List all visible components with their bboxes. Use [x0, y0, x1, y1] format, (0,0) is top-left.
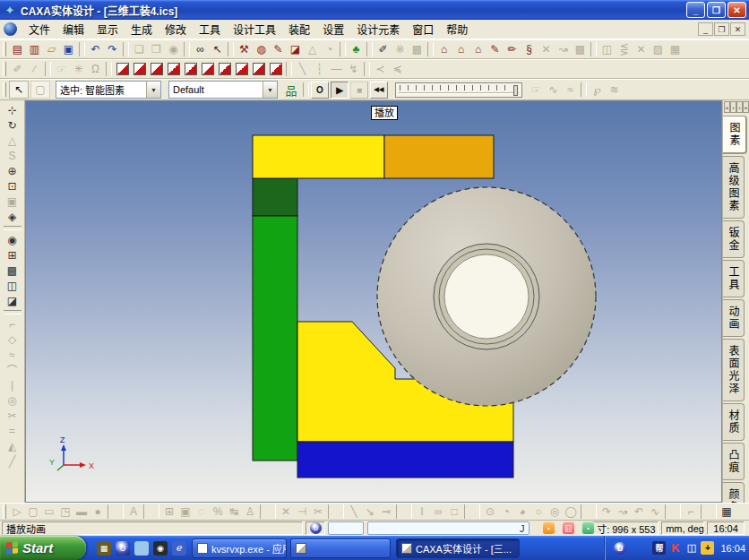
- task-caxa-splash[interactable]: [290, 538, 391, 558]
- view-cube-button-8[interactable]: [233, 61, 250, 77]
- menu-display[interactable]: 显示: [90, 20, 125, 39]
- tabs-scroll-last[interactable]: »: [743, 101, 749, 113]
- tabs-scroll-first[interactable]: «: [724, 101, 730, 113]
- erase-button[interactable]: ◪: [287, 41, 304, 57]
- view-cube-button-10[interactable]: [267, 61, 284, 77]
- render-wireframe-button[interactable]: ⌂: [435, 41, 452, 57]
- tab-advanced-elements[interactable]: 高级图素: [723, 156, 745, 219]
- new-design-button[interactable]: ▤: [9, 41, 26, 57]
- view-cube-button-7[interactable]: [216, 61, 233, 77]
- tab-sheet-metal[interactable]: 钣金: [723, 220, 745, 258]
- tab-animation[interactable]: 动画: [723, 299, 745, 337]
- shade-mode-button[interactable]: ◪: [2, 293, 23, 308]
- menu-window[interactable]: 窗口: [406, 20, 440, 39]
- 3d-viewport[interactable]: Z X Y 播放: [25, 100, 722, 503]
- menu-edit[interactable]: 编辑: [56, 20, 90, 39]
- overlay-icon-orange[interactable]: •: [542, 521, 555, 535]
- style-combobox[interactable]: Default ▼: [168, 81, 278, 99]
- tab-tools[interactable]: 工具: [723, 260, 745, 297]
- tabs-scroll-prev[interactable]: ‹: [730, 101, 736, 113]
- rewind-button[interactable]: ◀◀: [370, 82, 388, 99]
- overlay-icon-red[interactable]: 囧: [562, 521, 575, 535]
- menu-file[interactable]: 文件: [22, 20, 56, 39]
- model-bore-hole[interactable]: [444, 254, 529, 339]
- menu-tools[interactable]: 工具: [193, 20, 227, 39]
- model-beam-orange[interactable]: [384, 135, 494, 178]
- quicklaunch-icon-4[interactable]: ◉: [153, 541, 168, 556]
- tab-elements[interactable]: 图素: [723, 116, 747, 154]
- spline-button[interactable]: §: [521, 41, 538, 57]
- tray-k-icon[interactable]: K: [668, 541, 682, 555]
- tray-plus-icon[interactable]: +: [701, 541, 714, 555]
- view-cube-button-4[interactable]: [165, 61, 182, 77]
- mdi-close-button[interactable]: ✕: [730, 22, 745, 36]
- tabs-scroll-next[interactable]: ›: [736, 101, 743, 113]
- menu-generate[interactable]: 生成: [125, 20, 159, 39]
- triball-button[interactable]: ◍: [253, 41, 270, 57]
- view-percent-button[interactable]: ◫: [2, 278, 23, 293]
- animation-timeline-slider[interactable]: [395, 82, 522, 98]
- overlay-icon-green[interactable]: •: [581, 521, 595, 535]
- menu-design-elements[interactable]: 设计元素: [350, 20, 406, 39]
- menu-modify[interactable]: 修改: [159, 20, 193, 39]
- draw-curve-button[interactable]: ✎: [270, 41, 287, 57]
- mdi-restore-button[interactable]: ❐: [714, 22, 729, 36]
- rotate-view-button[interactable]: ↻: [2, 117, 23, 133]
- chevron-down-icon[interactable]: ▼: [263, 82, 277, 98]
- document-icon[interactable]: [4, 22, 17, 36]
- model-column-top[interactable]: [253, 178, 297, 216]
- render-realistic-button[interactable]: ⌂: [469, 41, 486, 57]
- close-button[interactable]: ✕: [727, 2, 746, 18]
- camera-pan-button[interactable]: ◉: [2, 232, 23, 247]
- quicklaunch-icon-2[interactable]: U: [116, 541, 130, 556]
- quicklaunch-icon-1[interactable]: ▦: [97, 541, 111, 556]
- quicklaunch-icon-5[interactable]: ℯ: [172, 541, 186, 556]
- render-shaded-button[interactable]: ⌂: [452, 41, 469, 57]
- view-cube-button-3[interactable]: [148, 61, 165, 77]
- tab-material[interactable]: 材质: [723, 403, 745, 441]
- task-caxa-main[interactable]: CAXA实体设计 - [三...: [396, 538, 520, 558]
- undo-button[interactable]: ↶: [87, 41, 104, 57]
- tray-antivirus-icon[interactable]: 帮: [652, 541, 666, 555]
- timeline-thumb[interactable]: [513, 85, 518, 96]
- task-kvsrvxp[interactable]: kvsrvxp.exe - 应用程...: [192, 538, 287, 558]
- sketch-2d-button[interactable]: ✎: [486, 41, 504, 57]
- toolbar-grip[interactable]: [3, 62, 6, 76]
- tab-surface-finish[interactable]: 表面光泽: [723, 339, 745, 401]
- tray-network-icon[interactable]: ◫: [684, 541, 698, 555]
- status-field-1[interactable]: [328, 521, 364, 535]
- input-method-indicator[interactable]: U: [306, 521, 325, 535]
- toolbar-grip[interactable]: [3, 82, 6, 97]
- quicklaunch-icon-3[interactable]: [134, 541, 149, 556]
- model-base-plate[interactable]: [297, 442, 513, 478]
- view-cube-button-1[interactable]: [114, 61, 131, 77]
- pan-view-button[interactable]: ⊹: [2, 102, 23, 117]
- drag-tool-button[interactable]: ⚒: [236, 41, 253, 57]
- record-button[interactable]: O: [311, 82, 329, 99]
- tray-ime-icon[interactable]: U: [613, 541, 626, 555]
- select-cursor-button[interactable]: ↖: [9, 81, 29, 99]
- new-drawing-button[interactable]: ▥: [26, 41, 43, 57]
- menu-settings[interactable]: 设置: [316, 20, 350, 39]
- mdi-minimize-button[interactable]: _: [698, 22, 713, 36]
- camera-target-button[interactable]: ▩: [2, 263, 23, 278]
- toolbar-grip[interactable]: [3, 42, 6, 56]
- search-button[interactable]: ∞: [192, 41, 209, 57]
- view-cube-button-6[interactable]: [199, 61, 216, 77]
- context-help-button[interactable]: ↖: [209, 41, 226, 57]
- design-tree-button[interactable]: 品: [281, 81, 301, 99]
- sketch-3d-button[interactable]: ✏: [504, 41, 521, 57]
- smart-snap-button[interactable]: ♣: [348, 41, 365, 57]
- tab-bump[interactable]: 凸痕: [723, 443, 745, 480]
- zoom-window-button[interactable]: ⊡: [2, 178, 23, 194]
- chevron-down-icon[interactable]: ▼: [146, 82, 160, 98]
- toolbar-grip[interactable]: [3, 504, 6, 519]
- open-button[interactable]: ▱: [43, 41, 60, 57]
- camera-button[interactable]: ⊞: [2, 247, 23, 263]
- menu-help[interactable]: 帮助: [440, 20, 474, 39]
- minimize-button[interactable]: _: [686, 2, 705, 18]
- menu-assembly[interactable]: 装配: [282, 20, 316, 39]
- restore-button[interactable]: ❐: [707, 2, 726, 18]
- view-cube-button-5[interactable]: [182, 61, 199, 77]
- status-field-2[interactable]: J: [367, 521, 529, 535]
